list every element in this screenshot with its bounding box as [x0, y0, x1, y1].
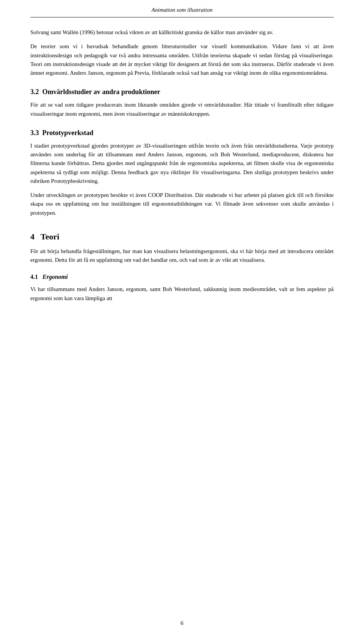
section-4-heading: 4 Teori — [30, 232, 334, 242]
section-3-2-paragraph-1: För att se vad som tidigare producerats … — [30, 101, 334, 118]
section-3-3-heading: 3.3 Prototypverkstad — [30, 129, 334, 137]
page-number: 6 — [180, 620, 184, 626]
section-4-paragraph-1: För att börja behandla frågeställningen,… — [30, 247, 334, 265]
section-4-1-paragraph-1: Vi har tillsammans med Anders Janson, er… — [30, 285, 334, 303]
header-title: Animation som illustration — [152, 7, 213, 13]
section-3-3-paragraph-2: Under utvecklingen av prototypen besökte… — [30, 191, 334, 217]
paragraph-2: De teorier som vi i huvudsak behandlade … — [30, 42, 334, 77]
page: Animation som illustration Solvang samt … — [0, 0, 364, 634]
paragraph-1: Solvang samt Wallén (1996) betonar också… — [30, 28, 334, 37]
section-3-2-heading: 3.2 Omvärldsstudier av andra produktione… — [30, 88, 334, 96]
section-3-3-paragraph-1: I stadiet prototypverkstad gjordes proto… — [30, 142, 334, 186]
page-footer: 6 — [0, 620, 364, 626]
page-header: Animation som illustration — [30, 0, 334, 17]
section-4-1-heading: 4.1 Ergonomi — [30, 274, 334, 280]
